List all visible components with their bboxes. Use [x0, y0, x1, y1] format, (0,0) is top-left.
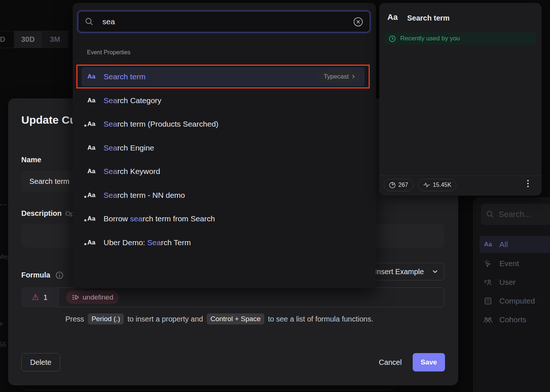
chart-label-fragment: e	[0, 320, 3, 327]
sidebar-filter-all[interactable]: AaAll	[480, 236, 550, 253]
formula-label: Formula	[21, 271, 50, 279]
property-details-panel: Aa Search term Recently used by you 2671…	[379, 3, 542, 196]
custom-property-type-icon: Aa*	[87, 192, 98, 199]
clear-search-icon[interactable]	[353, 17, 363, 27]
property-label: Search Keyword	[104, 167, 160, 176]
kbd-control-space: Control + Space	[207, 313, 264, 324]
sidebar-filter-label: Event	[499, 259, 519, 268]
chevron-right-icon: ›	[352, 72, 355, 80]
stat-pill[interactable]: 267	[384, 179, 413, 191]
formula-hint: Press Period (.) to insert a property an…	[65, 313, 373, 324]
name-label: Name	[21, 156, 41, 164]
text-property-type-icon: Aa	[87, 73, 98, 80]
property-list-item[interactable]: AaSearch Engine	[82, 138, 365, 157]
typecast-badge[interactable]: Typecast›	[318, 70, 360, 83]
property-label: Uber Demo: Search Term	[104, 238, 191, 247]
sidebar-filter-user[interactable]: User	[480, 274, 550, 291]
recently-used-badge: Recently used by you	[384, 32, 536, 45]
sidebar-filter-label: Cohorts	[499, 315, 527, 324]
cancel-button[interactable]: Cancel	[370, 353, 410, 371]
property-list-item[interactable]: Aa*Search term (Products Searched)	[82, 115, 365, 134]
name-value: Search term	[29, 177, 69, 186]
details-divider	[379, 175, 542, 176]
app-screen: D 30D 3M May e 55 Search... AaAllEventUs…	[0, 0, 550, 392]
stat-value: 15.45K	[433, 182, 452, 188]
property-token-icon	[72, 294, 79, 300]
stat-value: 267	[398, 182, 408, 188]
description-label: Description	[21, 209, 62, 218]
chevron-down-icon	[432, 269, 438, 275]
formula-error-badge[interactable]: ⚠ 1	[21, 287, 58, 307]
insert-example-button[interactable]: Insert Example	[366, 263, 444, 280]
info-icon[interactable]	[55, 271, 64, 279]
error-count: 1	[43, 293, 47, 302]
formula-token-label: undefined	[83, 293, 113, 301]
text-property-type-icon: Aa	[87, 97, 98, 104]
custom-property-type-icon: Aa*	[87, 120, 98, 128]
property-search-input[interactable]: sea	[78, 11, 370, 32]
text-property-type-icon: Aa	[87, 168, 98, 175]
kbd-period: Period (.)	[88, 313, 124, 324]
modal-title: Update Cu	[21, 114, 76, 126]
date-range-tabs: D 30D 3M	[0, 31, 70, 48]
tab-range-fragment[interactable]: D	[0, 31, 7, 48]
formula-input[interactable]: undefined	[58, 287, 444, 307]
text-property-type-icon: Aa	[87, 144, 98, 152]
insert-example-label: Insert Example	[375, 268, 424, 276]
property-label: Borrow search term from Search	[104, 214, 215, 223]
pie-chart-icon	[389, 182, 396, 189]
search-value: sea	[102, 17, 344, 26]
sidebar-search-input[interactable]: Search...	[481, 204, 550, 225]
search-icon	[486, 210, 494, 218]
property-list-item[interactable]: Aa*Borrow search term from Search	[82, 209, 365, 228]
property-label: Search term - NN demo	[104, 191, 185, 200]
user-icon	[483, 279, 493, 286]
property-list-item[interactable]: AaSearch Keyword	[82, 162, 365, 181]
search-icon	[85, 17, 94, 26]
sidebar-search-placeholder: Search...	[499, 210, 531, 219]
sidebar-filter-event[interactable]: Event	[480, 255, 550, 272]
hint-text: to see a list of formula functions.	[268, 315, 373, 323]
tab-range-30d[interactable]: 30D	[14, 31, 42, 48]
sidebar-filter-label: User	[499, 278, 515, 287]
property-label: Search Engine	[104, 144, 154, 152]
property-list-item[interactable]: AaSearch Category	[82, 91, 365, 110]
formula-token-undefined[interactable]: undefined	[66, 291, 119, 304]
formula-label-row: Formula	[21, 271, 64, 279]
custom-property-type-icon: Aa*	[87, 215, 98, 222]
text-icon: Aa	[483, 241, 493, 248]
cohorts-icon	[483, 316, 493, 323]
property-label: Search term	[104, 72, 145, 81]
activity-icon	[423, 182, 430, 188]
tab-range-3m[interactable]: 3M	[42, 31, 68, 48]
sidebar-filter-label: All	[499, 240, 508, 249]
more-options-icon[interactable]	[525, 180, 531, 187]
chart-tick-fragment: 55	[0, 341, 6, 348]
hint-text: Press	[65, 315, 84, 323]
property-label: Search term (Products Searched)	[104, 120, 218, 128]
clock-icon	[389, 35, 396, 42]
sidebar-filter-computed[interactable]: Computed	[480, 293, 550, 309]
sidebar-filter-label: Computed	[499, 297, 535, 305]
property-search-dropdown: sea Event Properties AaSearch termTypeca…	[73, 3, 376, 288]
warning-icon: ⚠	[32, 293, 39, 301]
property-list-item[interactable]: Aa*Search term - NN demo	[82, 186, 365, 205]
stat-pill[interactable]: 15.45K	[418, 179, 457, 191]
property-filter-sidebar: Search... AaAllEventUserComputedCohorts	[473, 197, 550, 392]
text-property-type-icon: Aa	[387, 12, 398, 22]
custom-property-type-icon: Aa*	[87, 239, 98, 246]
event-icon	[483, 259, 493, 268]
save-button[interactable]: Save	[413, 353, 445, 371]
computed-icon	[483, 297, 493, 305]
property-list-item[interactable]: AaSearch termTypecast›	[82, 67, 365, 86]
delete-button[interactable]: Delete	[21, 353, 60, 371]
property-label: Search Category	[104, 96, 162, 105]
sidebar-filter-cohorts[interactable]: Cohorts	[480, 311, 550, 328]
details-title: Search term	[407, 14, 450, 22]
recently-used-label: Recently used by you	[400, 35, 460, 42]
formula-editor-row: ⚠ 1 undefined	[21, 287, 444, 307]
section-header: Event Properties	[87, 49, 130, 56]
property-list-item[interactable]: Aa*Uber Demo: Search Term	[82, 233, 365, 252]
hint-text: to insert a property and	[127, 315, 203, 323]
